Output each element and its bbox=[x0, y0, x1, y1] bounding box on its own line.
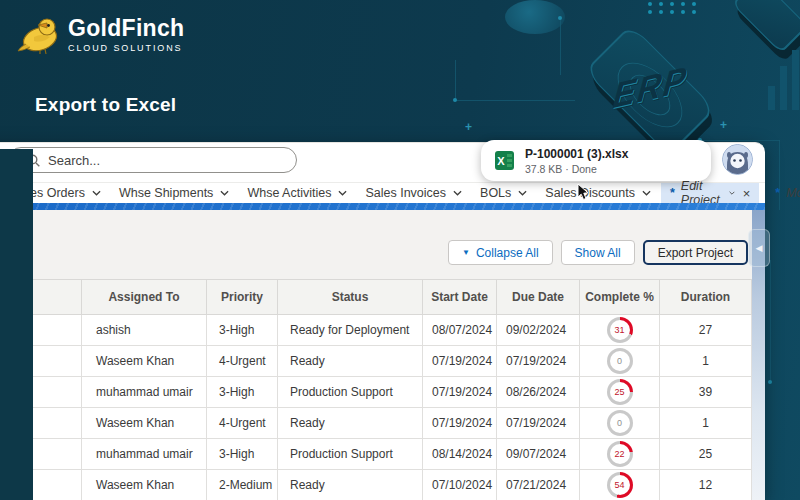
due-date-cell[interactable]: 07/21/2024 bbox=[497, 470, 580, 500]
circuit-node bbox=[453, 98, 457, 102]
start-date-cell[interactable]: 07/10/2024 bbox=[423, 470, 497, 500]
due-date-cell[interactable]: 07/19/2024 bbox=[497, 408, 580, 439]
status-cell[interactable]: Production Support bbox=[278, 377, 423, 408]
start-date-cell[interactable]: 07/19/2024 bbox=[423, 408, 497, 439]
chevron-down-icon[interactable] bbox=[729, 190, 735, 196]
circuit-line bbox=[455, 100, 575, 101]
show-all-button[interactable]: Show All bbox=[561, 240, 635, 265]
nav-tab[interactable]: Whse Activities bbox=[247, 186, 347, 200]
priority-cell[interactable]: 2-Medium bbox=[207, 470, 278, 500]
playback-control-overlay[interactable]: ◀ bbox=[748, 229, 770, 267]
chevron-down-icon[interactable] bbox=[338, 190, 347, 196]
mouse-cursor bbox=[577, 183, 590, 201]
chevron-down-icon[interactable] bbox=[92, 190, 101, 196]
nav-tabs: es Orders Whse Shipments Whse Activities… bbox=[30, 186, 651, 200]
task-row: Waseem Khan 4-Urgent Ready 07/19/2024 07… bbox=[33, 346, 752, 377]
start-date-cell[interactable]: 07/19/2024 bbox=[423, 377, 497, 408]
status-cell[interactable]: Ready for Deployment bbox=[278, 315, 423, 346]
priority-cell[interactable]: 3-High bbox=[207, 315, 278, 346]
status-cell[interactable]: Ready bbox=[278, 470, 423, 500]
priority-cell[interactable]: 3-High bbox=[207, 377, 278, 408]
due-date-cell[interactable]: 08/26/2024 bbox=[497, 377, 580, 408]
row-handle-cell[interactable] bbox=[33, 346, 82, 377]
nav-tab[interactable]: Sales Invoices bbox=[365, 186, 462, 200]
complete-pct-cell[interactable]: 25 bbox=[580, 377, 660, 408]
download-status: 37.8 KB · Done bbox=[525, 163, 628, 175]
column-header: Start Date bbox=[423, 279, 497, 315]
priority-cell[interactable]: 3-High bbox=[207, 439, 278, 470]
close-tab-icon[interactable]: × bbox=[743, 186, 751, 201]
assigned-to-cell[interactable]: Waseem Khan bbox=[82, 470, 207, 500]
assigned-to-cell[interactable]: Waseem Khan bbox=[82, 408, 207, 439]
row-handle-cell[interactable] bbox=[33, 408, 82, 439]
assigned-to-cell[interactable]: muhammad umair bbox=[82, 439, 207, 470]
download-filename: P-1000001 (3).xlsx bbox=[525, 147, 628, 161]
svg-text:X: X bbox=[497, 155, 505, 167]
complete-pct-cell[interactable]: 54 bbox=[580, 470, 660, 500]
left-crop-overlay bbox=[0, 149, 33, 500]
row-handle-cell[interactable] bbox=[33, 439, 82, 470]
row-handle-cell[interactable] bbox=[33, 470, 82, 500]
column-header: Priority bbox=[207, 279, 278, 315]
brand-name: GoldFinch bbox=[68, 15, 184, 42]
start-date-cell[interactable]: 07/19/2024 bbox=[423, 346, 497, 377]
collapse-all-button[interactable]: ▼ Collapse All bbox=[448, 240, 553, 265]
grid-body: ashish 3-High Ready for Deployment 08/07… bbox=[33, 315, 752, 500]
duration-cell[interactable]: 1 bbox=[660, 408, 752, 439]
nav-tab[interactable]: BOLs bbox=[480, 186, 527, 200]
column-header: Status bbox=[278, 279, 423, 315]
due-date-cell[interactable]: 09/07/2024 bbox=[497, 439, 580, 470]
tab-more[interactable]: * More ▼ bbox=[775, 186, 800, 200]
tab-edit-project[interactable]: * Edit Project × bbox=[661, 183, 759, 204]
bar-chart-decoration bbox=[768, 50, 799, 110]
task-row: muhammad umair 3-High Production Support… bbox=[33, 439, 752, 470]
progress-value: 22 bbox=[614, 449, 624, 459]
tab-label: es Orders bbox=[30, 186, 85, 200]
complete-pct-cell[interactable]: 0 bbox=[580, 346, 660, 377]
complete-pct-cell[interactable]: 31 bbox=[580, 315, 660, 346]
global-search-input[interactable]: Search... bbox=[8, 147, 297, 173]
chevron-down-icon[interactable] bbox=[518, 190, 527, 196]
download-toast[interactable]: X P-1000001 (3).xlsx 37.8 KB · Done bbox=[481, 140, 711, 181]
duration-cell[interactable]: 1 bbox=[660, 346, 752, 377]
status-cell[interactable]: Ready bbox=[278, 408, 423, 439]
progress-value: 25 bbox=[614, 387, 624, 397]
progress-ring: 0 bbox=[607, 410, 633, 436]
progress-value: 31 bbox=[614, 325, 624, 335]
duration-cell[interactable]: 12 bbox=[660, 470, 752, 500]
assigned-to-cell[interactable]: muhammad umair bbox=[82, 377, 207, 408]
nav-tab[interactable]: Whse Shipments bbox=[119, 186, 229, 200]
export-project-button[interactable]: Export Project bbox=[643, 240, 748, 265]
gantt-toolbar: ▼ Collapse All Show All Export Project bbox=[0, 240, 748, 265]
complete-pct-cell[interactable]: 22 bbox=[580, 439, 660, 470]
chevron-down-icon[interactable] bbox=[453, 190, 462, 196]
nav-tab[interactable]: Sales Discounts bbox=[545, 186, 651, 200]
priority-cell[interactable]: 4-Urgent bbox=[207, 408, 278, 439]
task-row: ashish 3-High Ready for Deployment 08/07… bbox=[33, 315, 752, 346]
chevron-down-icon[interactable] bbox=[220, 190, 229, 196]
due-date-cell[interactable]: 09/02/2024 bbox=[497, 315, 580, 346]
chevron-down-icon[interactable] bbox=[642, 190, 651, 196]
nav-tab[interactable]: es Orders bbox=[30, 186, 101, 200]
start-date-cell[interactable]: 08/14/2024 bbox=[423, 439, 497, 470]
priority-cell[interactable]: 4-Urgent bbox=[207, 346, 278, 377]
status-cell[interactable]: Ready bbox=[278, 346, 423, 377]
progress-ring: 31 bbox=[607, 317, 633, 343]
duration-cell[interactable]: 25 bbox=[660, 439, 752, 470]
due-date-cell[interactable]: 07/19/2024 bbox=[497, 346, 580, 377]
duration-cell[interactable]: 39 bbox=[660, 377, 752, 408]
duration-cell[interactable]: 27 bbox=[660, 315, 752, 346]
circuit-line bbox=[770, 260, 771, 380]
progress-ring: 54 bbox=[607, 472, 633, 498]
assigned-to-cell[interactable]: Waseem Khan bbox=[82, 346, 207, 377]
row-handle-cell[interactable] bbox=[33, 377, 82, 408]
progress-ring: 25 bbox=[607, 379, 633, 405]
circuit-line bbox=[700, 140, 780, 141]
complete-pct-cell[interactable]: 0 bbox=[580, 408, 660, 439]
start-date-cell[interactable]: 08/07/2024 bbox=[423, 315, 497, 346]
tab-bar: es Orders Whse Shipments Whse Activities… bbox=[0, 182, 765, 203]
assigned-to-cell[interactable]: ashish bbox=[82, 315, 207, 346]
user-avatar[interactable] bbox=[722, 144, 753, 175]
status-cell[interactable]: Production Support bbox=[278, 439, 423, 470]
row-handle-cell[interactable] bbox=[33, 315, 82, 346]
